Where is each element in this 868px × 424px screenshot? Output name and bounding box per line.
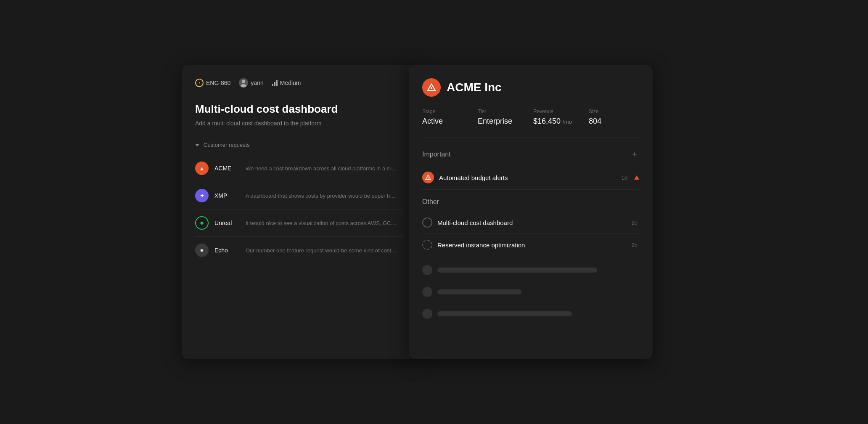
skeleton-bar-3 [437,311,572,316]
app-wrapper: ! ENG-860 yann Medium [182,65,686,359]
customer-text: We need a cost breakdown across all clou… [246,165,397,172]
important-title: Important [422,151,451,158]
skeleton-icon-2 [422,287,432,297]
priority-icon [272,80,278,86]
issue-id-label: ENG-860 [206,80,230,86]
feature-row-multicloud[interactable]: Multi-cloud cost dashboard 2d [422,212,639,234]
stat-tier-label: Tier [478,109,528,114]
list-item[interactable]: ≡ Echo Our number one feature request wo… [195,237,404,264]
customer-name: Echo [214,247,240,254]
skeleton-icon-1 [422,265,432,275]
company-logo [422,78,441,97]
budget-alerts-age: 1d [622,175,627,181]
stat-size-label: Size [589,109,639,114]
other-title: Other [422,198,639,206]
multicloud-icon [422,217,432,228]
customer-name: XMP [214,192,240,199]
assignee-item: yann [239,78,263,87]
section-label: Customer requests [204,142,250,148]
stat-stage-value: Active [422,117,473,126]
stat-tier-value: Enterprise [478,117,528,126]
right-panel: ACME Inc Stage Active Tier Enterprise Re… [409,65,653,359]
customer-list: ▲ ACME We need a cost breakdown across a… [195,155,404,264]
stat-stage: Stage Active [422,109,473,126]
issue-subtitle: Add a multi cloud cost dashboard to the … [195,120,404,127]
stat-tier: Tier Enterprise [478,109,528,126]
svg-point-5 [428,178,429,179]
svg-point-3 [431,87,433,89]
skeleton-row-2 [422,281,639,303]
budget-alerts-icon [422,172,434,183]
skeleton-bar-2 [437,289,521,294]
company-name: ACME Inc [447,81,502,94]
company-stats: Stage Active Tier Enterprise Revenue $16… [422,109,639,138]
customer-name: Unreal [214,220,240,226]
customer-text: A dashboard that shows costs by provider… [246,193,397,199]
customer-name: ACME [214,165,240,172]
stat-revenue-value: $16,450 /mo [533,117,584,126]
stat-revenue-label: Revenue [533,109,584,114]
customer-logo-unreal: ● [195,216,209,230]
skeleton-bar-1 [437,268,597,273]
eng-icon: ! [195,79,204,87]
feature-row-reserved[interactable]: Reserved instance optimization 2d [422,234,639,256]
reserved-name: Reserved instance optimization [437,241,627,249]
skeleton-icon-3 [422,309,432,319]
important-section-header: Important + [422,150,639,159]
chevron-down-icon [195,144,199,146]
stat-size: Size 804 [589,109,639,126]
issue-id-item: ! ENG-860 [195,79,230,87]
svg-point-1 [241,84,246,87]
svg-point-0 [242,80,245,83]
avatar [239,78,248,87]
reserved-icon [422,240,432,250]
customer-requests-header: Customer requests [195,142,404,148]
stat-size-value: 804 [589,117,639,126]
customer-text: It would nice to see a visualization of … [246,220,397,226]
customer-logo-xmp: ✦ [195,189,209,202]
skeleton-row-3 [422,303,639,325]
list-item[interactable]: ▲ ACME We need a cost breakdown across a… [195,155,404,182]
list-item[interactable]: ✦ XMP A dashboard that shows costs by pr… [195,182,404,209]
add-important-button[interactable]: + [630,150,639,159]
left-panel: ! ENG-860 yann Medium [182,65,417,359]
customer-logo-echo: ≡ [195,244,209,257]
stat-revenue: Revenue $16,450 /mo [533,109,584,126]
feature-row-budget-alerts[interactable]: Automated budget alerts 1d [422,166,639,190]
reserved-age: 2d [632,242,638,248]
company-header: ACME Inc [422,78,639,97]
skeleton-row-1 [422,259,639,281]
multicloud-name: Multi-cloud cost dashboard [437,219,627,226]
priority-label: Medium [280,80,301,86]
other-section: Other Multi-cloud cost dashboard 2d Rese… [422,198,639,256]
multicloud-age: 2d [632,220,638,226]
issue-title: Multi-cloud cost dashboard [195,103,404,116]
assignee-label: yann [251,80,263,86]
priority-triangle-icon [634,175,639,180]
priority-item: Medium [272,80,301,86]
meta-row: ! ENG-860 yann Medium [195,78,404,87]
customer-logo-acme: ▲ [195,162,209,175]
budget-alerts-name: Automated budget alerts [439,174,617,181]
stat-stage-label: Stage [422,109,473,114]
customer-text: Our number one feature request would be … [246,247,397,254]
list-item[interactable]: ● Unreal It would nice to see a visualiz… [195,209,404,237]
